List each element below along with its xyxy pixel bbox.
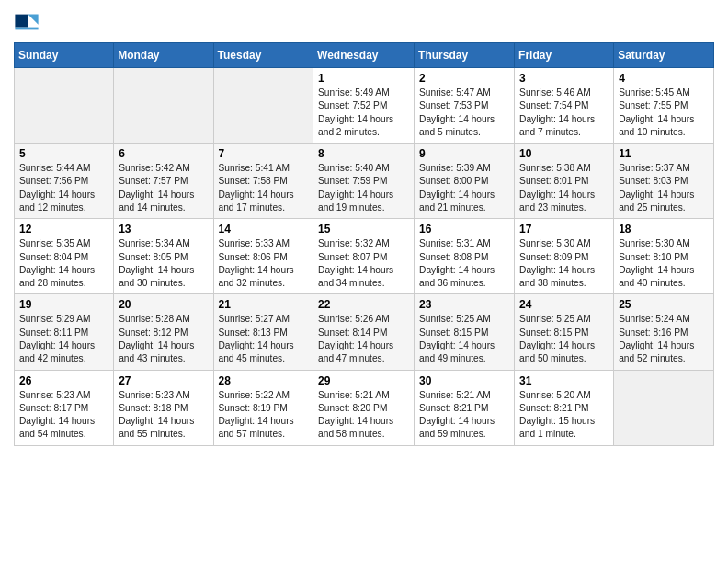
calendar-cell: 8Sunrise: 5:40 AM Sunset: 7:59 PM Daylig…	[313, 144, 415, 219]
calendar-cell: 16Sunrise: 5:31 AM Sunset: 8:08 PM Dayli…	[415, 219, 515, 294]
day-number: 7	[219, 147, 309, 160]
day-info: Sunrise: 5:28 AM Sunset: 8:12 PM Dayligh…	[119, 313, 208, 365]
calendar-cell: 19Sunrise: 5:29 AM Sunset: 8:11 PM Dayli…	[15, 294, 114, 370]
calendar-cell: 14Sunrise: 5:33 AM Sunset: 8:06 PM Dayli…	[213, 219, 313, 294]
calendar-cell: 15Sunrise: 5:32 AM Sunset: 8:07 PM Dayli…	[313, 219, 415, 294]
calendar-cell: 17Sunrise: 5:30 AM Sunset: 8:09 PM Dayli…	[515, 219, 614, 294]
calendar-cell: 1Sunrise: 5:49 AM Sunset: 7:52 PM Daylig…	[313, 68, 415, 144]
day-number: 9	[419, 147, 509, 160]
calendar-cell	[114, 68, 213, 144]
day-info: Sunrise: 5:35 AM Sunset: 8:04 PM Dayligh…	[19, 237, 108, 290]
day-info: Sunrise: 5:44 AM Sunset: 7:56 PM Dayligh…	[19, 162, 108, 214]
calendar-cell: 31Sunrise: 5:20 AM Sunset: 8:21 PM Dayli…	[515, 370, 614, 445]
day-info: Sunrise: 5:49 AM Sunset: 7:52 PM Dayligh…	[318, 86, 409, 139]
day-info: Sunrise: 5:34 AM Sunset: 8:05 PM Dayligh…	[119, 237, 208, 290]
day-info: Sunrise: 5:21 AM Sunset: 8:21 PM Dayligh…	[419, 389, 509, 442]
day-number: 14	[219, 223, 309, 236]
day-info: Sunrise: 5:30 AM Sunset: 8:09 PM Dayligh…	[519, 237, 609, 290]
calendar-cell: 23Sunrise: 5:25 AM Sunset: 8:15 PM Dayli…	[415, 294, 515, 370]
calendar-cell	[213, 68, 313, 144]
day-number: 4	[619, 72, 709, 85]
day-info: Sunrise: 5:45 AM Sunset: 7:55 PM Dayligh…	[619, 86, 709, 139]
page-container: SundayMondayTuesdayWednesdayThursdayFrid…	[0, 0, 728, 455]
day-number: 1	[318, 72, 409, 85]
col-header-thursday: Thursday	[415, 43, 515, 68]
day-number: 22	[318, 298, 409, 311]
day-info: Sunrise: 5:38 AM Sunset: 8:01 PM Dayligh…	[519, 162, 609, 214]
calendar-cell: 10Sunrise: 5:38 AM Sunset: 8:01 PM Dayli…	[515, 144, 614, 219]
day-number: 20	[119, 298, 208, 311]
calendar-cell: 22Sunrise: 5:26 AM Sunset: 8:14 PM Dayli…	[313, 294, 415, 370]
day-number: 11	[619, 147, 709, 160]
calendar-cell: 29Sunrise: 5:21 AM Sunset: 8:20 PM Dayli…	[313, 370, 415, 445]
week-row-1: 1Sunrise: 5:49 AM Sunset: 7:52 PM Daylig…	[15, 68, 714, 144]
day-info: Sunrise: 5:41 AM Sunset: 7:58 PM Dayligh…	[219, 162, 309, 214]
day-info: Sunrise: 5:24 AM Sunset: 8:16 PM Dayligh…	[619, 313, 709, 365]
logo-icon	[14, 9, 40, 35]
day-info: Sunrise: 5:30 AM Sunset: 8:10 PM Dayligh…	[619, 237, 709, 290]
col-header-sunday: Sunday	[15, 43, 114, 68]
col-header-tuesday: Tuesday	[213, 43, 313, 68]
day-number: 18	[619, 223, 709, 236]
col-header-monday: Monday	[114, 43, 213, 68]
calendar-table: SundayMondayTuesdayWednesdayThursdayFrid…	[14, 42, 714, 446]
day-number: 31	[519, 374, 609, 387]
day-number: 2	[419, 72, 509, 85]
day-info: Sunrise: 5:40 AM Sunset: 7:59 PM Dayligh…	[318, 162, 409, 214]
calendar-cell: 25Sunrise: 5:24 AM Sunset: 8:16 PM Dayli…	[614, 294, 714, 370]
day-info: Sunrise: 5:32 AM Sunset: 8:07 PM Dayligh…	[318, 237, 409, 290]
header-row: SundayMondayTuesdayWednesdayThursdayFrid…	[15, 43, 714, 68]
calendar-cell: 5Sunrise: 5:44 AM Sunset: 7:56 PM Daylig…	[15, 144, 114, 219]
day-info: Sunrise: 5:42 AM Sunset: 7:57 PM Dayligh…	[119, 162, 208, 214]
day-info: Sunrise: 5:21 AM Sunset: 8:20 PM Dayligh…	[318, 389, 409, 442]
day-info: Sunrise: 5:31 AM Sunset: 8:08 PM Dayligh…	[419, 237, 509, 290]
day-info: Sunrise: 5:39 AM Sunset: 8:00 PM Dayligh…	[419, 162, 509, 214]
day-number: 16	[419, 223, 509, 236]
day-info: Sunrise: 5:20 AM Sunset: 8:21 PM Dayligh…	[519, 389, 609, 442]
calendar-cell: 28Sunrise: 5:22 AM Sunset: 8:19 PM Dayli…	[213, 370, 313, 445]
col-header-saturday: Saturday	[614, 43, 714, 68]
day-info: Sunrise: 5:37 AM Sunset: 8:03 PM Dayligh…	[619, 162, 709, 214]
day-number: 24	[519, 298, 609, 311]
calendar-cell: 4Sunrise: 5:45 AM Sunset: 7:55 PM Daylig…	[614, 68, 714, 144]
day-number: 23	[419, 298, 509, 311]
calendar-cell: 6Sunrise: 5:42 AM Sunset: 7:57 PM Daylig…	[114, 144, 213, 219]
day-info: Sunrise: 5:23 AM Sunset: 8:18 PM Dayligh…	[119, 389, 208, 442]
calendar-cell: 7Sunrise: 5:41 AM Sunset: 7:58 PM Daylig…	[213, 144, 313, 219]
day-number: 29	[318, 374, 409, 387]
week-row-4: 19Sunrise: 5:29 AM Sunset: 8:11 PM Dayli…	[15, 294, 714, 370]
day-info: Sunrise: 5:33 AM Sunset: 8:06 PM Dayligh…	[219, 237, 309, 290]
logo	[14, 9, 43, 35]
calendar-cell: 3Sunrise: 5:46 AM Sunset: 7:54 PM Daylig…	[515, 68, 614, 144]
day-number: 27	[119, 374, 208, 387]
day-number: 3	[519, 72, 609, 85]
calendar-cell: 9Sunrise: 5:39 AM Sunset: 8:00 PM Daylig…	[415, 144, 515, 219]
calendar-cell: 27Sunrise: 5:23 AM Sunset: 8:18 PM Dayli…	[114, 370, 213, 445]
day-number: 12	[19, 223, 108, 236]
calendar-cell	[614, 370, 714, 445]
calendar-cell: 24Sunrise: 5:25 AM Sunset: 8:15 PM Dayli…	[515, 294, 614, 370]
calendar-cell: 12Sunrise: 5:35 AM Sunset: 8:04 PM Dayli…	[15, 219, 114, 294]
svg-rect-3	[15, 28, 38, 30]
calendar-cell: 20Sunrise: 5:28 AM Sunset: 8:12 PM Dayli…	[114, 294, 213, 370]
day-number: 6	[119, 147, 208, 160]
day-number: 17	[519, 223, 609, 236]
calendar-cell: 21Sunrise: 5:27 AM Sunset: 8:13 PM Dayli…	[213, 294, 313, 370]
day-info: Sunrise: 5:46 AM Sunset: 7:54 PM Dayligh…	[519, 86, 609, 139]
calendar-cell: 13Sunrise: 5:34 AM Sunset: 8:05 PM Dayli…	[114, 219, 213, 294]
week-row-2: 5Sunrise: 5:44 AM Sunset: 7:56 PM Daylig…	[15, 144, 714, 219]
day-number: 28	[219, 374, 309, 387]
week-row-3: 12Sunrise: 5:35 AM Sunset: 8:04 PM Dayli…	[15, 219, 714, 294]
col-header-friday: Friday	[515, 43, 614, 68]
col-header-wednesday: Wednesday	[313, 43, 415, 68]
calendar-cell: 18Sunrise: 5:30 AM Sunset: 8:10 PM Dayli…	[614, 219, 714, 294]
day-info: Sunrise: 5:25 AM Sunset: 8:15 PM Dayligh…	[419, 313, 509, 365]
day-number: 19	[19, 298, 108, 311]
day-info: Sunrise: 5:29 AM Sunset: 8:11 PM Dayligh…	[19, 313, 108, 365]
day-info: Sunrise: 5:47 AM Sunset: 7:53 PM Dayligh…	[419, 86, 509, 139]
header	[14, 9, 714, 35]
week-row-5: 26Sunrise: 5:23 AM Sunset: 8:17 PM Dayli…	[15, 370, 714, 445]
day-number: 10	[519, 147, 609, 160]
day-info: Sunrise: 5:23 AM Sunset: 8:17 PM Dayligh…	[19, 389, 108, 442]
day-number: 26	[19, 374, 108, 387]
